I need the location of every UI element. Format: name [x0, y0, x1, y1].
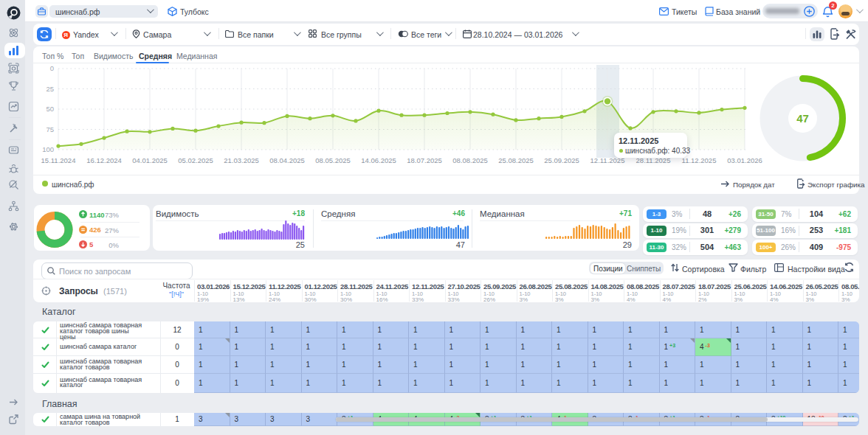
svg-text:16.12.2024: 16.12.2024: [86, 156, 122, 164]
svg-text:14.06.2025: 14.06.2025: [361, 156, 396, 164]
svg-text:47: 47: [796, 112, 809, 125]
svg-text:25: 25: [46, 85, 54, 93]
svg-text:08.05.2025: 08.05.2025: [315, 156, 351, 164]
svg-text:25.09.2025: 25.09.2025: [544, 156, 579, 164]
svg-text:50: 50: [46, 105, 54, 113]
svg-text:08.08.2025: 08.08.2025: [452, 156, 488, 164]
svg-text:05.02.2025: 05.02.2025: [178, 156, 213, 164]
svg-text:21.03.2025: 21.03.2025: [224, 156, 259, 164]
svg-text:03.01.2026: 03.01.2026: [727, 156, 762, 164]
svg-text:11.12.2025: 11.12.2025: [682, 156, 717, 164]
svg-text:18.07.2025: 18.07.2025: [407, 156, 442, 164]
svg-text:75: 75: [46, 125, 54, 133]
svg-text:08.04.2025: 08.04.2025: [269, 156, 305, 164]
svg-text:0: 0: [50, 64, 54, 72]
svg-text:04.01.2025: 04.01.2025: [132, 156, 168, 164]
svg-text:100: 100: [42, 145, 54, 153]
svg-text:25.08.2025: 25.08.2025: [498, 156, 534, 164]
svg-text:15.11.2024: 15.11.2024: [41, 156, 76, 164]
